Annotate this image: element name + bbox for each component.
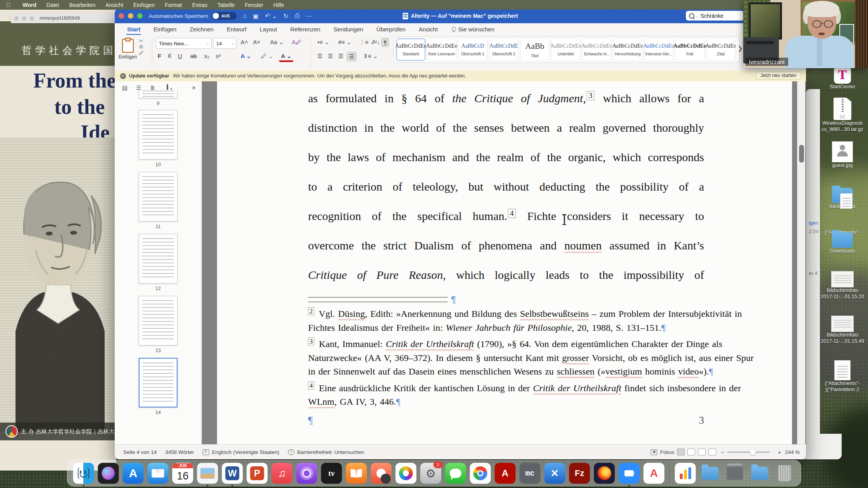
zoom-in-button[interactable]: +: [778, 449, 781, 455]
copy-icon[interactable]: ⧉: [140, 44, 143, 50]
align-right-button[interactable]: ☰: [336, 52, 345, 60]
document-body-text[interactable]: as formulated in § 64 of the Critique of…: [308, 84, 704, 290]
page-thumbnail-13[interactable]: 13: [139, 296, 177, 353]
desktop-icon-guest-jpg[interactable]: guest.jpg: [817, 141, 868, 168]
menu-item-fenster[interactable]: Fenster: [240, 2, 268, 8]
desktop-icon-attachments-parentitem[interactable]: {"Attachments"-[("Parentitem 2: [817, 360, 868, 393]
desktop-icon-downloads-folder[interactable]: Downloads: [817, 232, 868, 254]
page-thumbnail-12[interactable]: 12: [139, 234, 177, 291]
text-effects-button[interactable]: A ⌄: [239, 52, 253, 60]
dock-finder-icon[interactable]: [73, 463, 94, 484]
dock-messages-icon[interactable]: [445, 463, 466, 484]
menu-item-ansicht[interactable]: Ansicht: [100, 2, 128, 8]
line-spacing-button[interactable]: ⇕≡ ⌄: [361, 52, 380, 60]
menu-item-hilfe[interactable]: Hilfe: [268, 2, 289, 8]
dock-documents-stack-icon[interactable]: [725, 463, 746, 484]
dock-filezilla-icon[interactable]: Fz: [569, 463, 590, 484]
page-thumbnail-14[interactable]: 14: [139, 358, 177, 415]
home-icon[interactable]: ⌂: [243, 12, 247, 19]
dock-chrome-icon[interactable]: [470, 463, 491, 484]
superscript-button[interactable]: x²: [214, 52, 223, 60]
show-formatting-marks-button[interactable]: ¶: [381, 38, 389, 47]
page-indicator[interactable]: Seite 4 von 14: [123, 449, 157, 455]
dock-zoom-icon[interactable]: [619, 463, 640, 484]
tab-einfügen[interactable]: Einfügen: [153, 25, 177, 34]
undo-icon[interactable]: ↶ ⌄: [265, 12, 277, 20]
dock-chart-app-icon[interactable]: [675, 463, 696, 484]
window-close-button[interactable]: [14, 16, 19, 21]
window-minimize-button[interactable]: [22, 16, 26, 21]
video-call-participant-window[interactable]: ivesradrizzani: [743, 0, 868, 68]
style-untertitel[interactable]: AaBbCcDdEeUntertitel: [551, 38, 580, 61]
scrollbar-handle[interactable]: [799, 145, 804, 163]
dock-powerpoint-icon[interactable]: P: [247, 463, 268, 484]
clipboard-small-buttons[interactable]: ✂ ⧉ 🖉: [139, 38, 144, 56]
sidebar-close-icon[interactable]: ✕: [191, 85, 196, 91]
zoom-button[interactable]: [137, 13, 143, 19]
subscript-button[interactable]: x₂: [202, 52, 211, 60]
more-toolbar-icon[interactable]: ⋯: [306, 12, 312, 20]
style-fett[interactable]: AaBbCcDdEeFett: [675, 38, 704, 61]
align-center-button[interactable]: ☰: [326, 52, 335, 60]
save-icon[interactable]: ▣: [253, 12, 259, 20]
sidebar-pages-icon[interactable]: ▤: [121, 84, 129, 92]
menu-item-extras[interactable]: Extras: [187, 2, 213, 8]
autosave-toggle[interactable]: AUS: [212, 12, 237, 20]
justify-button[interactable]: ☰: [347, 52, 356, 61]
background-window-edge[interactable]: igen 2:04 er 4: [806, 89, 820, 459]
bullets-button[interactable]: •≡ ⌄: [315, 38, 331, 46]
dock-mc-app-icon[interactable]: mc: [520, 463, 541, 484]
style-überschrift-1[interactable]: AaBbCcDÜberschrift 1: [458, 38, 487, 61]
clear-formatting-button[interactable]: A🖉: [290, 38, 303, 46]
style-titel[interactable]: AaBbTitel: [520, 38, 549, 61]
font-size-select[interactable]: 14⌄: [213, 38, 236, 49]
tab-start[interactable]: Start: [126, 25, 141, 34]
strikethrough-button[interactable]: ab: [188, 52, 199, 60]
style-standard[interactable]: AaBbCcDdEeStandard: [396, 38, 425, 61]
style-schwache-h-[interactable]: AaBbCcDdEeSchwache H...: [582, 38, 611, 61]
dock-trash-icon[interactable]: [774, 463, 795, 484]
print-layout-view-button[interactable]: [677, 448, 685, 455]
dock-blue-x-app-icon[interactable]: ✕: [544, 463, 565, 484]
dock-acrobat-icon[interactable]: A: [495, 463, 516, 484]
dock-apple-tv-icon[interactable]: tv: [321, 463, 342, 484]
dock-calendar-icon[interactable]: JUN16: [172, 463, 193, 484]
accessibility-checker[interactable]: ☺ Barrierefreiheit: Untersuchen: [288, 449, 364, 455]
tell-me-button[interactable]: Sie wünschen: [452, 26, 494, 33]
style-überschrift-2[interactable]: AaBbCcDdEÜberschrift 2: [489, 38, 518, 61]
restart-now-button[interactable]: Jetzt neu starten: [756, 72, 801, 79]
zoom-slider-knob[interactable]: [750, 449, 756, 455]
zoom-out-button[interactable]: −: [721, 449, 724, 455]
dock-books-icon[interactable]: [346, 463, 367, 484]
dock-music-icon[interactable]: ♫: [272, 463, 293, 484]
paste-button[interactable]: Einfügen: [119, 39, 137, 60]
word-count[interactable]: 3458 Wörter: [165, 449, 194, 455]
outline-view-button[interactable]: [698, 448, 706, 455]
gallery-more-icon[interactable]: ❯: [738, 45, 743, 52]
focus-mode-button[interactable]: ▣ Fokus: [651, 449, 674, 455]
close-button[interactable]: [119, 13, 124, 19]
numbering-button[interactable]: #≡ ⌄: [336, 38, 353, 46]
scrollbar-track[interactable]: [797, 81, 805, 445]
bold-button[interactable]: F: [156, 52, 163, 60]
page-thumbnail-11[interactable]: 11: [139, 172, 177, 229]
change-case-button[interactable]: Aa ⌄: [268, 38, 286, 46]
search-box[interactable]: ⌄ Schränke: [686, 11, 744, 21]
style-intensive-her-[interactable]: AaBbCcDdEeIntensive Her...: [644, 38, 673, 61]
highlight-button[interactable]: 🖉 ⌄: [259, 52, 275, 60]
minimize-button[interactable]: [128, 13, 133, 19]
shrink-font-button[interactable]: A˅: [251, 38, 262, 46]
style-kein-leerraum[interactable]: AaBbCcDdEeKein Leerraum: [427, 38, 456, 61]
desktop-icon-screenshot-2[interactable]: Bildschirmfoto2017-11-...01.15.49: [817, 316, 868, 344]
web-layout-view-button[interactable]: [687, 448, 695, 455]
dock-downloads-stack-icon[interactable]: [700, 463, 721, 484]
tab-sendungen[interactable]: Sendungen: [333, 25, 364, 34]
language-indicator[interactable]: ✗ Englisch (Vereinigte Staaten): [203, 449, 279, 455]
tab-ansicht[interactable]: Ansicht: [418, 25, 438, 34]
style-hervorhebung[interactable]: AaBbCcDdEeHervorhebung: [613, 38, 642, 61]
dock-siri-icon[interactable]: [98, 463, 119, 484]
menu-item-bearbeiten[interactable]: Bearbeiten: [64, 2, 100, 8]
zoom-percentage[interactable]: 244 %: [785, 449, 800, 455]
dock-podcasts-icon[interactable]: [296, 463, 317, 484]
underline-button[interactable]: U: [176, 52, 184, 60]
